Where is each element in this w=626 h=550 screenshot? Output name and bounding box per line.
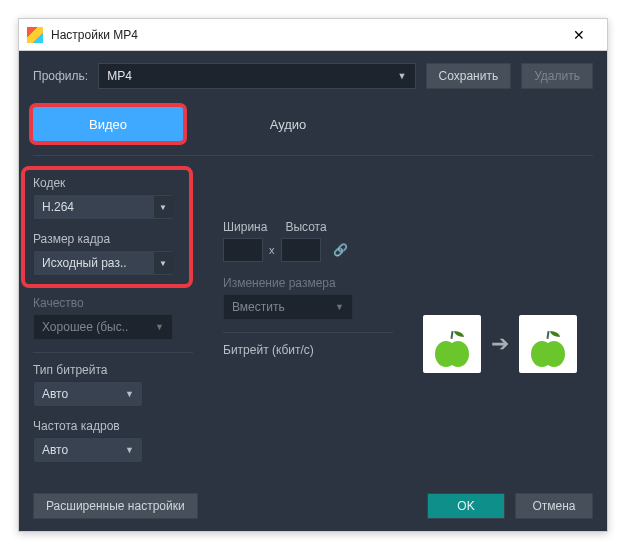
bitrate-type-select[interactable]: Авто ▼ (33, 381, 143, 407)
arrow-right-icon: ➔ (491, 331, 509, 357)
wh-labels: Ширина Высота (223, 220, 393, 234)
bitrate-type-field: Тип битрейта Авто ▼ (33, 363, 193, 407)
preview-column: ➔ (423, 166, 593, 475)
tabs: Видео Аудио (33, 107, 593, 141)
fps-value: Авто (42, 443, 68, 457)
apple-icon (531, 337, 565, 367)
frame-size-field: Размер кадра Исходный раз.. ▼ (33, 232, 181, 276)
divider (33, 155, 593, 156)
chevron-down-icon: ▼ (335, 302, 344, 312)
fps-label: Частота кадров (33, 419, 193, 433)
resize-mode-value: Вместить (232, 300, 285, 314)
save-button[interactable]: Сохранить (426, 63, 512, 89)
x-separator: x (269, 244, 275, 256)
chevron-down-icon: ▼ (154, 252, 172, 274)
chevron-down-icon: ▼ (154, 196, 172, 218)
window-title: Настройки MP4 (51, 28, 559, 42)
bitrate-label: Битрейт (кбит/с) (223, 343, 393, 357)
chevron-down-icon: ▼ (398, 71, 407, 81)
bitrate-field: Битрейт (кбит/с) (223, 343, 393, 357)
tab-video[interactable]: Видео (33, 107, 183, 141)
resize-mode-select[interactable]: Вместить ▼ (223, 294, 353, 320)
cancel-button[interactable]: Отмена (515, 493, 593, 519)
chevron-down-icon: ▼ (125, 445, 134, 455)
settings-window: Настройки MP4 ✕ Профиль: MP4 ▼ Сохранить… (18, 18, 608, 532)
wh-inputs: x 🔗 (223, 238, 393, 262)
left-column: Кодек H.264 ▼ Размер кадра Исходный раз.… (33, 166, 193, 475)
delete-button[interactable]: Удалить (521, 63, 593, 89)
profile-select[interactable]: MP4 ▼ (98, 63, 415, 89)
middle-column: Ширина Высота x 🔗 Изменение размера Вмес… (223, 166, 393, 475)
codec-label: Кодек (33, 176, 181, 190)
bitrate-type-value: Авто (42, 387, 68, 401)
app-icon (27, 27, 43, 43)
link-icon[interactable]: 🔗 (333, 243, 348, 257)
titlebar: Настройки MP4 ✕ (19, 19, 607, 51)
chevron-down-icon: ▼ (155, 322, 164, 332)
fps-select[interactable]: Авто ▼ (33, 437, 143, 463)
frame-size-value: Исходный раз.. (42, 256, 127, 270)
quality-label: Качество (33, 296, 193, 310)
height-label: Высота (285, 220, 326, 234)
frame-size-label: Размер кадра (33, 232, 181, 246)
height-input[interactable] (281, 238, 321, 262)
close-button[interactable]: ✕ (559, 27, 599, 43)
preview-before (423, 315, 481, 373)
apple-icon (435, 337, 469, 367)
resize-mode-field: Изменение размера Вместить ▼ (223, 276, 393, 320)
profile-value: MP4 (107, 69, 132, 83)
dialog-body: Профиль: MP4 ▼ Сохранить Удалить Видео А… (19, 51, 607, 487)
divider (33, 352, 193, 353)
codec-field: Кодек H.264 ▼ (33, 176, 181, 220)
profile-label: Профиль: (33, 69, 88, 83)
codec-select[interactable]: H.264 ▼ (33, 194, 173, 220)
profile-row: Профиль: MP4 ▼ Сохранить Удалить (33, 63, 593, 89)
advanced-button[interactable]: Расширенные настройки (33, 493, 198, 519)
width-input[interactable] (223, 238, 263, 262)
quality-select[interactable]: Хорошее (быс.. ▼ (33, 314, 173, 340)
chevron-down-icon: ▼ (125, 389, 134, 399)
quality-value: Хорошее (быс.. (42, 320, 128, 334)
fps-field: Частота кадров Авто ▼ (33, 419, 193, 463)
resize-mode-label: Изменение размера (223, 276, 393, 290)
quality-field: Качество Хорошее (быс.. ▼ (33, 296, 193, 340)
ok-button[interactable]: OK (427, 493, 505, 519)
preview-after (519, 315, 577, 373)
frame-size-select[interactable]: Исходный раз.. ▼ (33, 250, 173, 276)
codec-value: H.264 (42, 200, 74, 214)
video-settings-grid: Кодек H.264 ▼ Размер кадра Исходный раз.… (33, 166, 593, 475)
divider (223, 332, 393, 333)
tab-audio[interactable]: Аудио (213, 107, 363, 141)
width-label: Ширина (223, 220, 267, 234)
highlight-annotation: Кодек H.264 ▼ Размер кадра Исходный раз.… (21, 166, 193, 288)
footer: Расширенные настройки OK Отмена (19, 481, 607, 531)
bitrate-type-label: Тип битрейта (33, 363, 193, 377)
